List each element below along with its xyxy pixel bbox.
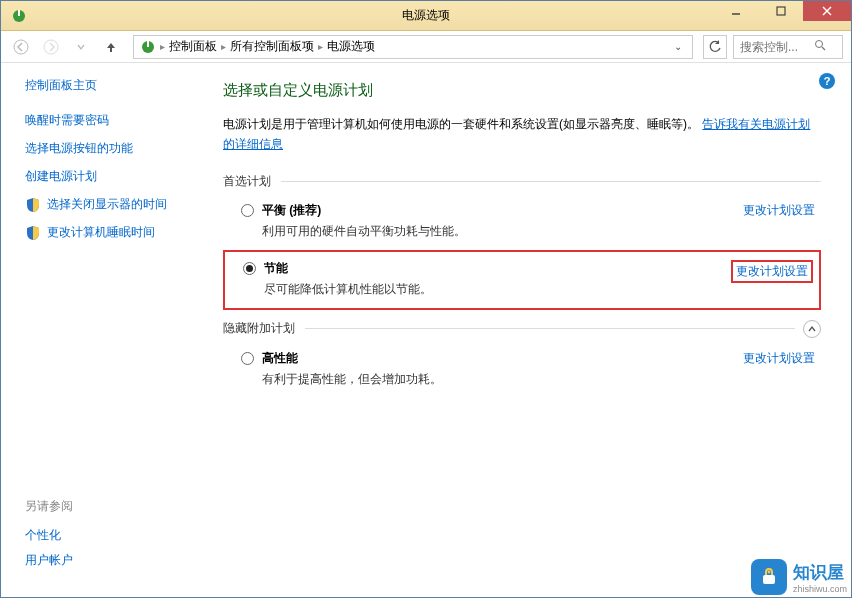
nav-recent-dropdown[interactable] [69, 35, 93, 59]
svg-point-13 [768, 571, 771, 574]
breadcrumb-dropdown[interactable]: ⌄ [670, 41, 686, 52]
divider [305, 328, 795, 329]
svg-rect-3 [777, 7, 785, 15]
plan-name[interactable]: 平衡 (推荐) [262, 202, 466, 219]
plan-name[interactable]: 高性能 [262, 350, 442, 367]
nav-up-button[interactable] [99, 35, 123, 59]
chevron-right-icon[interactable]: ▸ [160, 41, 165, 52]
plan-desc: 尽可能降低计算机性能以节能。 [264, 281, 432, 298]
svg-rect-12 [763, 575, 775, 584]
change-plan-settings-link[interactable]: 更改计划设置 [731, 260, 813, 283]
see-also-link[interactable]: 个性化 [25, 527, 193, 544]
power-plan: 节能 尽可能降低计算机性能以节能。 更改计划设置 [223, 250, 821, 310]
plan-radio[interactable] [241, 204, 254, 217]
shield-icon [25, 197, 41, 213]
window-title: 电源选项 [402, 7, 450, 24]
see-also-heading: 另请参阅 [25, 498, 193, 515]
power-options-icon [140, 39, 156, 55]
sidebar-link[interactable]: 选择电源按钮的功能 [25, 140, 193, 157]
preferred-plans-label: 首选计划 [223, 173, 821, 190]
refresh-button[interactable] [703, 35, 727, 59]
svg-rect-1 [18, 10, 20, 16]
search-input[interactable] [740, 40, 810, 54]
breadcrumb[interactable]: ▸ 控制面板 ▸ 所有控制面板项 ▸ 电源选项 ⌄ [133, 35, 693, 59]
change-plan-settings-link[interactable]: 更改计划设置 [743, 202, 815, 219]
chevron-right-icon[interactable]: ▸ [318, 41, 323, 52]
svg-point-10 [816, 41, 823, 48]
window-buttons [713, 1, 851, 23]
divider [281, 181, 821, 182]
plan-desc: 利用可用的硬件自动平衡功耗与性能。 [262, 223, 466, 240]
nav-back-button[interactable] [9, 35, 33, 59]
search-icon[interactable] [814, 39, 826, 54]
watermark-url: zhishiwu.com [793, 584, 847, 594]
page-heading: 选择或自定义电源计划 [223, 81, 821, 100]
close-button[interactable] [803, 1, 851, 21]
power-plan: 平衡 (推荐) 利用可用的硬件自动平衡功耗与性能。 更改计划设置 [223, 194, 821, 250]
svg-point-7 [44, 40, 58, 54]
power-plan: 高性能 有利于提高性能，但会增加功耗。 更改计划设置 [223, 342, 821, 398]
sidebar-link[interactable]: 唤醒时需要密码 [25, 112, 193, 129]
sidebar: 控制面板主页 唤醒时需要密码 选择电源按钮的功能 创建电源计划 选择关闭显示器的… [1, 63, 203, 597]
sidebar-link[interactable]: 创建电源计划 [25, 168, 193, 185]
breadcrumb-item[interactable]: 电源选项 [327, 38, 375, 55]
help-icon[interactable]: ? [819, 73, 835, 89]
watermark: 知识屋 zhishiwu.com [751, 559, 847, 595]
shield-icon [25, 225, 41, 241]
plan-radio[interactable] [241, 352, 254, 365]
sidebar-links: 唤醒时需要密码 选择电源按钮的功能 创建电源计划 选择关闭显示器的时间 更改计算… [25, 112, 193, 241]
svg-rect-9 [147, 41, 149, 47]
breadcrumb-item[interactable]: 控制面板 [169, 38, 217, 55]
main: ? 选择或自定义电源计划 电源计划是用于管理计算机如何使用电源的一套硬件和系统设… [203, 63, 851, 597]
plan-desc: 有利于提高性能，但会增加功耗。 [262, 371, 442, 388]
see-also: 另请参阅 个性化 用户帐户 [25, 498, 193, 583]
change-plan-settings-link[interactable]: 更改计划设置 [743, 350, 815, 367]
content: 控制面板主页 唤醒时需要密码 选择电源按钮的功能 创建电源计划 选择关闭显示器的… [1, 63, 851, 597]
chevron-right-icon[interactable]: ▸ [221, 41, 226, 52]
collapse-toggle[interactable] [803, 320, 821, 338]
navbar: ▸ 控制面板 ▸ 所有控制面板项 ▸ 电源选项 ⌄ [1, 31, 851, 63]
nav-forward-button[interactable] [39, 35, 63, 59]
control-panel-home-link[interactable]: 控制面板主页 [25, 77, 193, 94]
power-options-icon [11, 8, 27, 24]
desc-text: 电源计划是用于管理计算机如何使用电源的一套硬件和系统设置(如显示器亮度、睡眠等)… [223, 117, 699, 131]
watermark-badge-icon [751, 559, 787, 595]
svg-line-11 [822, 47, 825, 50]
plan-radio[interactable] [243, 262, 256, 275]
sidebar-link[interactable]: 选择关闭显示器的时间 [25, 196, 193, 213]
plan-name[interactable]: 节能 [264, 260, 432, 277]
watermark-text: 知识屋 [793, 561, 847, 584]
minimize-button[interactable] [713, 1, 758, 21]
page-description: 电源计划是用于管理计算机如何使用电源的一套硬件和系统设置(如显示器亮度、睡眠等)… [223, 114, 821, 155]
breadcrumb-item[interactable]: 所有控制面板项 [230, 38, 314, 55]
hidden-plans-label: 隐藏附加计划 [223, 320, 821, 338]
see-also-link[interactable]: 用户帐户 [25, 552, 193, 569]
sidebar-link[interactable]: 更改计算机睡眠时间 [25, 224, 193, 241]
maximize-button[interactable] [758, 1, 803, 21]
svg-point-6 [14, 40, 28, 54]
search-box[interactable] [733, 35, 843, 59]
titlebar: 电源选项 [1, 1, 851, 31]
